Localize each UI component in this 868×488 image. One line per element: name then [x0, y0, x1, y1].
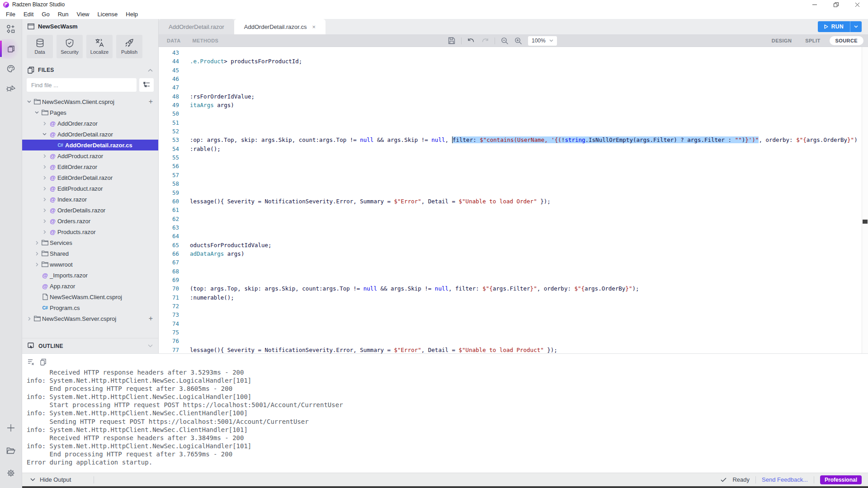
hide-output-button[interactable]: Hide Output — [40, 476, 71, 483]
menu-view[interactable]: View — [73, 11, 94, 18]
tree-item-products-razor[interactable]: @Products.razor — [22, 226, 158, 237]
line-number: 76 — [159, 337, 179, 345]
chevron-down-icon — [549, 39, 553, 42]
chevron-collapsed-icon[interactable] — [33, 263, 40, 267]
chevron-expanded-icon[interactable] — [41, 133, 48, 136]
settings-gear-icon[interactable] — [0, 462, 22, 484]
chevron-collapsed-icon[interactable] — [41, 219, 48, 223]
files-icon[interactable] — [0, 39, 22, 59]
tab-addorderdetail-razor[interactable]: AddOrderDetail.razor — [159, 19, 234, 34]
outline-section-header[interactable]: OUTLINE — [22, 338, 158, 353]
tree-item-wwwroot[interactable]: wwwroot — [22, 259, 158, 270]
tree-item-program-cs[interactable]: C#Program.cs — [22, 302, 158, 313]
line-number: 43 — [159, 48, 179, 57]
chevron-collapsed-icon[interactable] — [26, 317, 33, 321]
run-options-caret[interactable] — [850, 21, 862, 32]
chevron-collapsed-icon[interactable] — [41, 187, 48, 191]
tree-item-addorderdetail-razor-cs[interactable]: C#AddOrderDetail.razor.cs — [22, 140, 158, 150]
chevron-expanded-icon[interactable] — [26, 100, 33, 103]
chevron-collapsed-icon[interactable] — [33, 241, 40, 245]
files-section-header[interactable]: FILES — [22, 63, 158, 77]
theme-palette-icon[interactable] — [0, 59, 22, 79]
tree-item-pages[interactable]: Pages — [22, 107, 158, 118]
chevron-collapsed-icon[interactable] — [41, 197, 48, 202]
chevron-collapsed-icon[interactable] — [33, 252, 40, 256]
tree-item-orderdetails-razor[interactable]: @OrderDetails.razor — [22, 205, 158, 216]
localize-button[interactable]: Localize — [86, 35, 113, 58]
zoom-level-select[interactable]: 100% — [528, 36, 557, 46]
create-icon[interactable] — [0, 19, 22, 39]
tree-view-toggle[interactable] — [139, 78, 154, 92]
chevron-collapsed-icon[interactable] — [41, 154, 48, 158]
tree-item--imports-razor[interactable]: @_Imports.razor — [22, 270, 158, 281]
data-button[interactable]: Data — [27, 35, 53, 58]
menu-go[interactable]: Go — [38, 11, 53, 18]
line-number: 56 — [159, 162, 179, 170]
tree-item-newsecwasm-client-csproj[interactable]: NewSecWasm.Client.csproj+ — [22, 96, 158, 107]
tree-item-addorder-razor[interactable]: @AddOrder.razor — [22, 118, 158, 129]
tree-item-editorder-razor[interactable]: @EditOrder.razor — [22, 161, 158, 172]
zoom-out-icon[interactable] — [501, 37, 509, 45]
menu-license[interactable]: License — [94, 11, 122, 18]
tab-close-icon[interactable]: × — [312, 23, 316, 30]
code-editor[interactable]: 4344.e.Product> productsForProductId;454… — [159, 47, 868, 353]
tree-item-editproduct-razor[interactable]: @EditProduct.razor — [22, 183, 158, 194]
line-number: 74 — [159, 319, 179, 328]
menu-file[interactable]: File — [2, 11, 19, 18]
menu-edit[interactable]: Edit — [19, 11, 38, 18]
tree-item-shared[interactable]: Shared — [22, 248, 158, 259]
chevron-collapsed-icon[interactable] — [41, 230, 48, 234]
editor-scrollbar[interactable] — [862, 47, 868, 353]
close-icon[interactable] — [847, 0, 868, 9]
scrollbar-thumb[interactable] — [863, 220, 868, 224]
menu-help[interactable]: Help — [122, 11, 142, 18]
folder-icon — [33, 99, 42, 104]
code-line: 65oductsForProductIdValue; — [159, 241, 868, 249]
add-file-icon[interactable]: + — [149, 98, 153, 106]
tree-item-addorderdetail-razor[interactable]: @AddOrderDetail.razor — [22, 129, 158, 140]
razor-file-icon: @ — [48, 120, 57, 127]
chevron-collapsed-icon[interactable] — [41, 122, 48, 126]
tree-item-orders-razor[interactable]: @Orders.razor — [22, 216, 158, 226]
publish-button[interactable]: Publish — [116, 35, 142, 58]
tree-item-editorderdetail-razor[interactable]: @EditOrderDetail.razor — [22, 172, 158, 183]
minimize-icon[interactable] — [804, 0, 826, 9]
run-button[interactable]: RUN — [818, 21, 850, 32]
chevron-collapsed-icon[interactable] — [41, 208, 48, 212]
view-design-button[interactable]: DESIGN — [767, 36, 797, 45]
tree-item-index-razor[interactable]: @Index.razor — [22, 194, 158, 205]
redo-icon[interactable] — [481, 38, 489, 44]
view-source-button[interactable]: SOURCE — [830, 36, 863, 45]
chevron-collapsed-icon[interactable] — [41, 176, 48, 180]
tree-item-newsecwasm-server-csproj[interactable]: NewSecWasm.Server.csproj+ — [22, 313, 158, 324]
chevron-expanded-icon[interactable] — [33, 111, 40, 114]
save-icon[interactable] — [448, 37, 455, 44]
clear-output-icon[interactable] — [28, 359, 35, 365]
tree-item-app-razor[interactable]: @App.razor — [22, 281, 158, 291]
open-folder-icon[interactable] — [0, 439, 22, 462]
tab-addorderdetail-razor-cs[interactable]: AddOrderDetail.razor.cs × — [234, 19, 326, 34]
tree-item-label: AddOrder.razor — [57, 120, 98, 127]
tree-item-addproduct-razor[interactable]: @AddProduct.razor — [22, 150, 158, 161]
copy-output-icon[interactable] — [40, 359, 46, 366]
menu-run[interactable]: Run — [54, 11, 73, 18]
tree-item-services[interactable]: Services — [22, 237, 158, 248]
add-file-icon[interactable]: + — [149, 314, 153, 323]
send-feedback-link[interactable]: Send Feedback... — [762, 476, 808, 483]
line-number: 61 — [159, 206, 179, 214]
restore-icon[interactable] — [826, 0, 847, 9]
log-line: info: System.Net.Http.HttpClient.NewSec.… — [27, 376, 868, 385]
find-file-input[interactable] — [27, 78, 137, 92]
data-mode-tab[interactable]: DATA — [167, 38, 181, 43]
undo-icon[interactable] — [467, 38, 475, 44]
zoom-in-icon[interactable] — [514, 37, 522, 45]
methods-mode-tab[interactable]: METHODS — [193, 38, 219, 43]
view-split-button[interactable]: SPLIT — [801, 36, 825, 45]
chevron-collapsed-icon[interactable] — [41, 165, 48, 169]
security-button[interactable]: Security — [57, 35, 83, 58]
hide-output-chevron-icon[interactable] — [30, 478, 35, 481]
tree-item-newsecwasm-client-csproj[interactable]: NewSecWasm.Client.csproj — [22, 291, 158, 302]
debug-run-icon[interactable] — [0, 79, 22, 99]
add-project-icon[interactable] — [0, 417, 22, 439]
code-line: 75 — [159, 328, 868, 337]
